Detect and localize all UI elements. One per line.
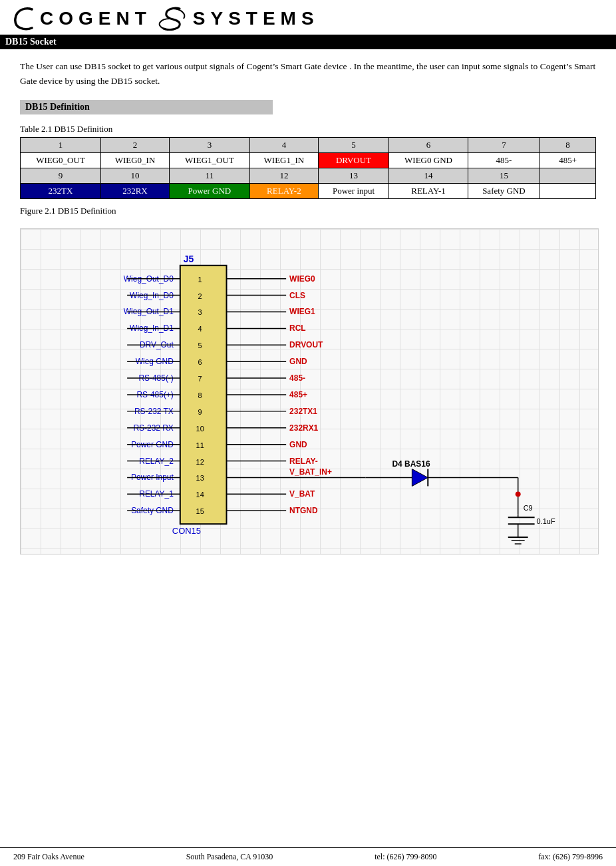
svg-text:14: 14 <box>196 491 204 499</box>
col-6-header: 6 <box>389 138 468 153</box>
title-bar: DB15 Socket <box>0 35 616 49</box>
logo: COGENT SYSTEMS <box>13 7 603 31</box>
svg-text:V_BAT: V_BAT <box>289 490 315 499</box>
page-container: COGENT SYSTEMS DB15 Socket The User can … <box>0 0 616 866</box>
svg-text:2: 2 <box>198 292 202 300</box>
schematic-diagram: J5 CON15 Wieg_Out_D0 1 WIEG0 W <box>20 228 599 554</box>
cell-wieg1-out: WIEG1_OUT <box>169 153 249 168</box>
col-12-header: 12 <box>249 168 318 184</box>
col-8-header: 8 <box>540 138 596 153</box>
svg-text:WIEG1: WIEG1 <box>289 308 315 317</box>
svg-text:9: 9 <box>198 408 202 416</box>
svg-text:232TX1: 232TX1 <box>289 407 317 416</box>
svg-text:C9: C9 <box>524 504 533 512</box>
svg-rect-0 <box>180 266 227 524</box>
logo-cogent: COGENT <box>40 8 152 29</box>
logo-systems: SYSTEMS <box>193 8 319 29</box>
svg-text:CLS: CLS <box>289 291 305 300</box>
svg-text:10: 10 <box>196 425 204 433</box>
cell-232rx: 232RX <box>101 184 170 199</box>
table-header-row-2: 9 10 11 12 13 14 15 <box>21 168 596 184</box>
svg-text:RELAY-: RELAY- <box>289 457 318 466</box>
cell-wieg1-in: WIEG1_IN <box>249 153 318 168</box>
svg-text:3: 3 <box>198 309 202 317</box>
svg-text:485-: 485- <box>289 373 305 383</box>
col-1-header: 1 <box>21 138 101 153</box>
svg-text:8: 8 <box>198 391 202 399</box>
cell-wieg0-out: WIEG0_OUT <box>21 153 101 168</box>
svg-text:232RX1: 232RX1 <box>289 423 319 433</box>
table-data-row-2: 232TX 232RX Power GND RELAY-2 Power inpu… <box>21 184 596 199</box>
col-13-header: 13 <box>318 168 388 184</box>
cell-232tx: 232TX <box>21 184 101 199</box>
connector-con15-label: CON15 <box>172 526 201 536</box>
cell-empty <box>540 184 596 199</box>
logo-c-icon <box>13 7 33 31</box>
svg-text:GND: GND <box>289 357 307 366</box>
table-header-row-1: 1 2 3 4 5 6 7 8 <box>21 138 596 153</box>
col-14-header: 14 <box>389 168 468 184</box>
table-data-row-1: WIEG0_OUT WIEG0_IN WIEG1_OUT WIEG1_IN DR… <box>21 153 596 168</box>
col-4-header: 4 <box>249 138 318 153</box>
figure-caption: Figure 2.1 DB15 Definition <box>20 206 596 216</box>
svg-point-82 <box>516 492 521 497</box>
svg-text:DRVOUT: DRVOUT <box>289 340 323 349</box>
section-header: DB15 Definition <box>20 100 273 114</box>
footer-fax: fax: (626) 799-8996 <box>538 852 603 862</box>
cell-wieg0-gnd: WIEG0 GND <box>389 153 468 168</box>
svg-text:0.1uF: 0.1uF <box>537 517 555 525</box>
cell-power-input: Power input <box>318 184 388 199</box>
svg-marker-78 <box>412 469 428 487</box>
col-3-header: 3 <box>169 138 249 153</box>
svg-text:V_BAT_IN+: V_BAT_IN+ <box>289 468 332 477</box>
db15-table: 1 2 3 4 5 6 7 8 WIEG0_OUT WIEG0_IN WIEG1… <box>20 137 596 199</box>
svg-text:1: 1 <box>198 276 202 284</box>
col-9-header: 9 <box>21 168 101 184</box>
schematic-svg: J5 CON15 Wieg_Out_D0 1 WIEG0 W <box>21 229 598 554</box>
cell-relay2: RELAY-2 <box>249 184 318 199</box>
svg-text:RCL: RCL <box>289 324 306 333</box>
col-16-header <box>540 168 596 184</box>
table-caption: Table 2.1 DB15 Definition <box>20 124 596 134</box>
cell-power-gnd: Power GND <box>169 184 249 199</box>
svg-text:13: 13 <box>196 475 204 483</box>
cell-relay1: RELAY-1 <box>389 184 468 199</box>
svg-text:WIEG0: WIEG0 <box>289 274 315 284</box>
col-5-header: 5 <box>318 138 388 153</box>
svg-text:12: 12 <box>196 458 204 466</box>
connector-j5-label: J5 <box>184 254 194 264</box>
svg-text:485+: 485+ <box>289 390 307 399</box>
cell-485-plus: 485+ <box>540 153 596 168</box>
svg-text:7: 7 <box>198 375 202 383</box>
header: COGENT SYSTEMS <box>0 0 616 35</box>
cell-drvout: DRVOUT <box>318 153 388 168</box>
svg-text:6: 6 <box>198 358 202 366</box>
footer-city: South Pasadena, CA 91030 <box>186 852 273 862</box>
footer-tel: tel: (626) 799-8090 <box>375 852 436 862</box>
svg-text:GND: GND <box>289 440 307 449</box>
cell-wieg0-in: WIEG0_IN <box>101 153 170 168</box>
cell-safety-gnd: Safety GND <box>468 184 539 199</box>
svg-text:11: 11 <box>196 441 204 449</box>
col-7-header: 7 <box>468 138 539 153</box>
footer: 209 Fair Oaks Avenue South Pasadena, CA … <box>0 847 616 866</box>
svg-text:D4    BAS16: D4 BAS16 <box>392 459 430 469</box>
cell-485-minus: 485- <box>468 153 539 168</box>
col-2-header: 2 <box>101 138 170 153</box>
col-15-header: 15 <box>468 168 539 184</box>
footer-address: 209 Fair Oaks Avenue <box>13 852 84 862</box>
intro-paragraph: The User can use DB15 socket to get vari… <box>20 59 596 88</box>
svg-text:NTGND: NTGND <box>289 506 318 515</box>
col-10-header: 10 <box>101 168 170 184</box>
title-bar-text: DB15 Socket <box>5 37 57 47</box>
svg-text:15: 15 <box>196 507 204 515</box>
logo-s-icon <box>158 7 186 31</box>
main-content: The User can use DB15 socket to get vari… <box>0 49 616 847</box>
svg-text:5: 5 <box>198 341 202 349</box>
col-11-header: 11 <box>169 168 249 184</box>
svg-text:4: 4 <box>198 325 202 333</box>
